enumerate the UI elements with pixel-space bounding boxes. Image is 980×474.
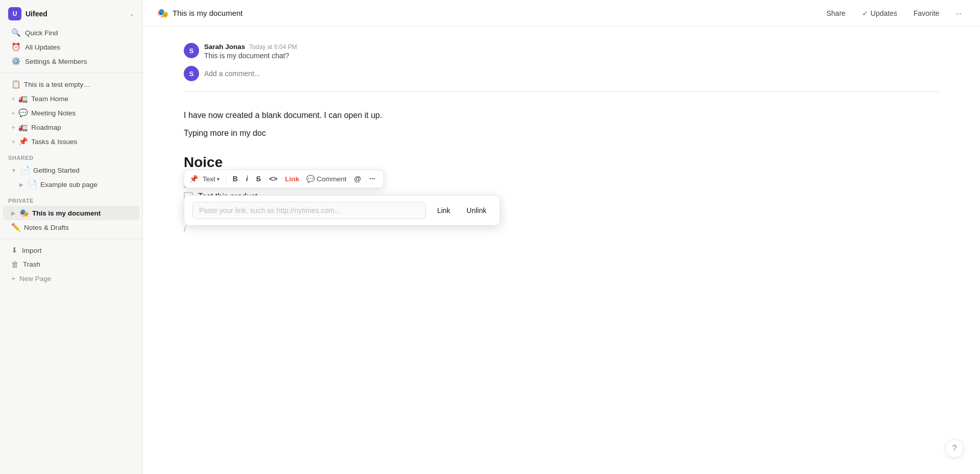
comment-icon: 💬 — [306, 175, 315, 183]
workspace-header[interactable]: U Uifeed ⌄ — [0, 0, 142, 26]
sidebar-item-notes-drafts[interactable]: ✏️ Notes & Drafts — [3, 220, 139, 234]
sidebar-item-trash[interactable]: 🗑 Trash — [3, 257, 139, 271]
comment-label: Comment — [316, 175, 347, 183]
share-button[interactable]: Share — [822, 7, 849, 19]
comment-item: S Sarah Jonas Today at 6:04 PM This is m… — [184, 43, 939, 60]
sidebar-item-label: Meeting Notes — [31, 109, 76, 117]
comment-section: S Sarah Jonas Today at 6:04 PM This is m… — [184, 43, 939, 92]
sidebar-item-label: Example sub page — [40, 181, 97, 188]
sidebar-item-example-sub-page[interactable]: ▶ 📄 Example sub page — [3, 177, 139, 192]
roadmap-icon: 🚛 — [18, 123, 28, 132]
sidebar-item-meeting-notes[interactable]: + 💬 Meeting Notes — [3, 106, 139, 120]
at-label: @ — [354, 175, 361, 183]
workspace-chevron-icon: ⌄ — [129, 10, 134, 17]
more-icon: ··· — [955, 9, 962, 17]
team-home-icon: 🚛 — [18, 94, 28, 103]
sidebar-item-all-updates[interactable]: ⏰ All Updates — [3, 40, 139, 54]
italic-button[interactable]: i — [243, 173, 251, 184]
sidebar-item-tasks-issues[interactable]: + 📌 Tasks & Issues — [3, 134, 139, 149]
help-button[interactable]: ? — [945, 439, 964, 458]
link-input[interactable] — [192, 202, 426, 219]
favorite-button[interactable]: Favorite — [910, 7, 944, 19]
sidebar-item-label: This is my document — [32, 209, 101, 217]
sidebar-item-this-is-my-document[interactable]: ▶ 🎭 This is my document — [3, 206, 139, 220]
comment-avatar: S — [184, 43, 199, 58]
updates-button[interactable]: ✓ Updates — [858, 7, 901, 19]
sidebar-item-quick-find[interactable]: 🔍 Quick Find — [3, 26, 139, 40]
sidebar-item-team-home[interactable]: + 🚛 Team Home — [3, 91, 139, 106]
bold-button[interactable]: B — [230, 173, 241, 184]
sidebar-item-label: Tasks & Issues — [31, 138, 77, 146]
text-type-label: Text — [203, 175, 215, 183]
sidebar-item-this-is-a-test[interactable]: 📋 This is a test empty… — [3, 77, 139, 91]
sidebar-item-label: Roadmap — [31, 124, 61, 131]
sidebar-item-roadmap[interactable]: + 🚛 Roadmap — [3, 120, 139, 134]
doc-heading: Noice — [184, 154, 939, 171]
notes-icon: ✏️ — [11, 223, 21, 232]
pin-icon: 📌 — [189, 175, 198, 183]
chevron-down-icon: ▾ — [217, 176, 219, 182]
sidebar-item-getting-started[interactable]: ▼ 📄 Getting Started — [3, 163, 139, 177]
doc-emoji-icon: 🎭 — [19, 208, 29, 218]
plus-icon: + — [11, 275, 15, 282]
topbar-title-area: 🎭 This is my document — [157, 8, 816, 19]
doc-icon: 📄 — [28, 180, 37, 189]
sidebar-item-settings[interactable]: ⚙️ Settings & Members — [3, 54, 139, 68]
code-button[interactable]: <> — [266, 173, 280, 184]
more-icon: ··· — [369, 175, 375, 183]
doc-icon: 📋 — [11, 80, 21, 89]
new-page-button[interactable]: + New Page — [3, 271, 139, 286]
link-confirm-button[interactable]: Link — [432, 203, 455, 218]
gear-icon: ⚙️ — [11, 57, 21, 66]
link-btn-label: Link — [437, 206, 450, 215]
topbar-actions: Share ✓ Updates Favorite ··· — [822, 7, 966, 19]
plus-icon: + — [11, 137, 15, 146]
more-options-button[interactable]: ··· — [366, 173, 378, 184]
trash-icon: 🗑 — [11, 260, 19, 269]
topbar: 🎭 This is my document Share ✓ Updates Fa… — [143, 0, 980, 27]
avatar-letter: S — [189, 70, 194, 78]
chevron-right-icon: ▶ — [11, 210, 15, 216]
shared-section-label: SHARED — [0, 149, 142, 163]
workspace-avatar-letter: U — [13, 10, 17, 17]
workspace-name: Uifeed — [26, 10, 125, 18]
sidebar-item-label: This is a test empty… — [24, 81, 90, 88]
comment-add-area: S — [184, 66, 939, 81]
new-page-label: New Page — [19, 275, 51, 282]
comment-button[interactable]: 💬 Comment — [304, 174, 349, 184]
strike-label: S — [256, 175, 261, 183]
favorite-label: Favorite — [914, 9, 940, 17]
strikethrough-button[interactable]: S — [253, 173, 264, 184]
checkmark-icon: ✓ — [862, 9, 868, 17]
doc-paragraph-2[interactable]: Typing more in my doc — [184, 126, 939, 140]
topbar-title: This is my document — [173, 9, 243, 17]
main-area: 🎭 This is my document Share ✓ Updates Fa… — [143, 0, 980, 474]
tasks-icon: 📌 — [18, 137, 28, 146]
comment-input[interactable] — [204, 69, 939, 78]
updates-icon: ⏰ — [11, 42, 21, 52]
unlink-btn-label: Unlink — [467, 206, 486, 215]
sidebar-item-label: Quick Find — [25, 29, 58, 37]
unlink-button[interactable]: Unlink — [461, 203, 492, 218]
private-section-label: PRIVATE — [0, 192, 142, 206]
plus-icon: + — [11, 123, 15, 131]
comment-text: This is my document chat? — [204, 52, 939, 60]
link-button[interactable]: Link — [282, 174, 302, 184]
sidebar-item-label: Notes & Drafts — [24, 224, 69, 231]
comment-header: Sarah Jonas Today at 6:04 PM — [204, 43, 939, 51]
slash-command[interactable]: / — [184, 225, 939, 234]
toolbar-text-dropdown[interactable]: Text ▾ — [200, 174, 222, 184]
italic-label: i — [246, 175, 248, 183]
more-button[interactable]: ··· — [951, 7, 966, 19]
code-label: <> — [269, 175, 277, 183]
doc-paragraph-1: I have now created a blank document. I c… — [184, 108, 939, 122]
mention-button[interactable]: @ — [351, 173, 364, 184]
sidebar-item-label: Getting Started — [33, 167, 80, 174]
chevron-right-icon: ▶ — [19, 182, 23, 187]
toolbar-divider — [226, 174, 226, 183]
doc-area: S Sarah Jonas Today at 6:04 PM This is m… — [143, 27, 980, 474]
link-label: Link — [285, 175, 299, 183]
sidebar-item-import[interactable]: ⬇ Import — [3, 243, 139, 257]
link-popup: Link Unlink — [184, 195, 500, 226]
sidebar-item-label: Trash — [23, 260, 40, 268]
